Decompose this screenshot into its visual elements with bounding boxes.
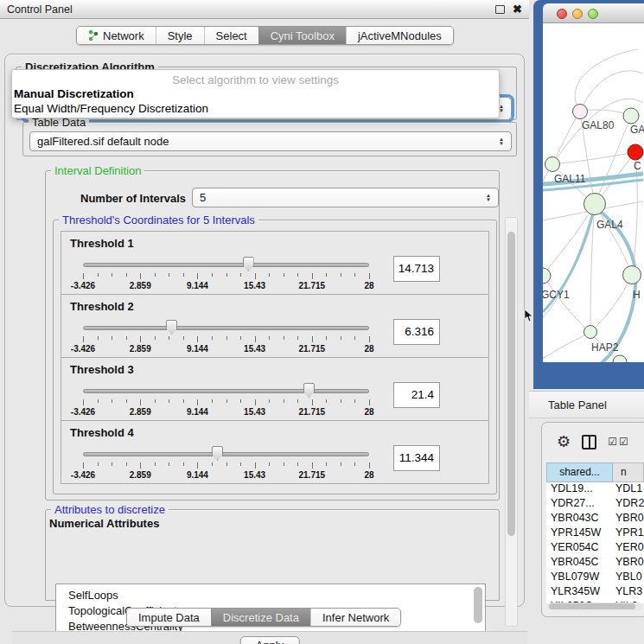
node-label-gal4: GAL4	[596, 219, 623, 231]
node-label-ga: GA	[630, 124, 644, 136]
tab-discretize-data[interactable]: Discretize Data	[211, 609, 310, 626]
checkbox-icon[interactable]: ☑	[608, 437, 617, 447]
close-icon[interactable]: ✖	[513, 5, 522, 14]
tab-cyni-toolbox[interactable]: Cyni Toolbox	[258, 27, 346, 44]
slider-tick-labels: -3.4262.8599.14415.4321.71528	[83, 281, 369, 291]
column-header-shared-name[interactable]: shared...	[546, 462, 613, 482]
network-node-gal4[interactable]	[584, 194, 606, 215]
threshold-value-field[interactable]: 6.316	[393, 319, 440, 345]
network-edge	[580, 71, 643, 112]
network-node-red-node[interactable]	[628, 144, 643, 160]
node-label-gcy1: GCY1	[543, 289, 570, 301]
threshold-label: Threshold 1	[70, 237, 134, 250]
tab-style[interactable]: Style	[156, 27, 204, 44]
network-edge	[543, 332, 590, 359]
threshold-value-field[interactable]: 21.4	[393, 382, 440, 408]
slider-tick-labels: -3.4262.8599.14415.4321.71528	[83, 470, 369, 481]
table-row[interactable]: YDL19...YDL1	[546, 482, 644, 497]
mouse-cursor	[524, 309, 533, 322]
algorithm-option-equal-width-frequency-discretization[interactable]: Equal Width/Frequency Discretization	[12, 101, 499, 116]
network-node-gal11[interactable]	[545, 157, 560, 172]
attribute-item-selfloops[interactable]: SelfLoops	[56, 588, 485, 603]
tab-network[interactable]: Network	[77, 27, 156, 44]
slider-track[interactable]	[83, 452, 369, 456]
threshold-panel-threshold-4: Threshold 4-3.4262.8599.14415.4321.71528…	[61, 420, 489, 484]
network-edge	[590, 275, 632, 332]
network-node-node[interactable]	[623, 108, 639, 124]
slider-ticks	[83, 336, 369, 343]
slider-track[interactable]	[83, 326, 369, 330]
number-of-intervals-value: 5	[200, 191, 486, 204]
network-canvas[interactable]: GAL80GACGAL11GAL4GCY1HHAP2	[543, 23, 644, 362]
slider-track[interactable]	[83, 263, 369, 267]
slider-handle[interactable]	[166, 320, 177, 335]
slider-handle[interactable]	[303, 383, 315, 398]
tab-impute-data[interactable]: Impute Data	[127, 609, 211, 626]
slider-handle[interactable]	[243, 257, 254, 271]
slider-track[interactable]	[83, 389, 369, 393]
slider-handle[interactable]	[212, 446, 223, 461]
table-panel-title: Table Panel	[548, 399, 607, 411]
table-row[interactable]: YLR345WYLR3	[546, 585, 644, 600]
tab-jactivemnodules[interactable]: jActiveMNodules	[346, 27, 453, 44]
threshold-label: Threshold 2	[70, 300, 134, 313]
table-row[interactable]: YBL079WYBL0	[546, 571, 644, 585]
network-node-gal80[interactable]	[573, 105, 588, 119]
split-columns-icon[interactable]	[582, 435, 596, 450]
apply-bar: Apply	[12, 631, 527, 644]
settings-scrollbar[interactable]	[505, 217, 518, 627]
table-horizontal-scrollbar[interactable]	[547, 603, 642, 610]
table-row[interactable]: YBR043CYBR0	[546, 512, 644, 526]
apply-button[interactable]: Apply	[240, 636, 300, 644]
network-edge	[543, 204, 595, 276]
slider-ticks	[83, 273, 369, 280]
threshold-value-field[interactable]: 11.344	[393, 445, 440, 471]
cyni-toolbox-panel: Discretization Algorithm ▲ ▼ Table Data …	[4, 54, 525, 607]
tab-infer-network[interactable]: Infer Network	[310, 609, 400, 626]
node-table: shared... n YDL19...YDL1YDR27...YDR2YBR0…	[546, 462, 644, 603]
column-header-name[interactable]: n	[613, 462, 644, 482]
threshold-coordinates-label: Threshold's Coordinates for 5 Intervals	[59, 214, 258, 226]
combo-spinner-icon[interactable]: ▲ ▼	[499, 137, 504, 146]
node-label-c: C	[634, 160, 641, 172]
threshold-list: Threshold 1-3.4262.8599.14415.4321.71528…	[61, 232, 489, 484]
interval-definition-label: Interval Definition	[51, 164, 144, 177]
combo-spinner-icon[interactable]: ▲ ▼	[486, 194, 491, 202]
table-row[interactable]: YBR045CYBR0	[546, 556, 644, 571]
network-node-hap2[interactable]	[584, 326, 597, 339]
algorithm-placeholder-item[interactable]: Select algorithm to view settings	[12, 70, 499, 86]
mac-minimize-icon[interactable]	[572, 9, 583, 19]
network-edge	[552, 112, 580, 164]
table-panel-toolbar: ⚙ ☑ ☑	[546, 425, 644, 458]
table-data-combo[interactable]: galFiltered.sif default node ▲ ▼	[29, 131, 512, 151]
network-window-titlebar[interactable]	[543, 3, 644, 23]
threshold-value-field[interactable]: 14.713	[393, 256, 440, 282]
threshold-panel-threshold-1: Threshold 1-3.4262.8599.14415.4321.71528…	[61, 231, 489, 295]
table-panel-titlebar: Table Panel	[529, 391, 644, 418]
slider-tick-labels: -3.4262.8599.14415.4321.71528	[83, 344, 369, 354]
mac-zoom-icon[interactable]	[588, 9, 598, 19]
table-row[interactable]: YPR145WYPR1	[546, 526, 644, 541]
node-label-hap2: HAP2	[591, 341, 619, 354]
node-label-gal11: GAL11	[554, 173, 586, 185]
settings-scrollbar-thumb[interactable]	[507, 232, 515, 536]
control-panel-title: Control Panel	[7, 3, 73, 16]
float-window-icon[interactable]	[495, 5, 505, 14]
network-node-gcy1[interactable]	[543, 268, 551, 284]
gear-icon[interactable]: ⚙	[557, 434, 571, 450]
tab-select[interactable]: Select	[204, 27, 258, 44]
control-panel-titlebar: Control Panel ✖	[0, 0, 529, 19]
mac-close-icon[interactable]	[557, 9, 567, 19]
checkbox-icon[interactable]: ☑	[619, 437, 628, 447]
network-node-h[interactable]	[623, 266, 641, 284]
algorithm-option-manual-discretization[interactable]: Manual Discretization	[12, 86, 499, 101]
table-row[interactable]: YER054CYER0	[546, 541, 644, 556]
bottom-tab-bar: Impute DataDiscretize DataInfer Network	[126, 608, 401, 627]
table-horizontal-scrollbar-thumb[interactable]	[549, 603, 635, 609]
number-of-intervals-label: Number of Intervals	[80, 192, 186, 205]
table-row[interactable]: YDR27...YDR2	[546, 497, 644, 512]
number-of-intervals-combo[interactable]: 5 ▲ ▼	[192, 188, 499, 207]
network-node-node[interactable]	[613, 355, 627, 362]
list-scrollbar[interactable]	[474, 587, 482, 623]
node-label-gal80: GAL80	[582, 119, 615, 131]
